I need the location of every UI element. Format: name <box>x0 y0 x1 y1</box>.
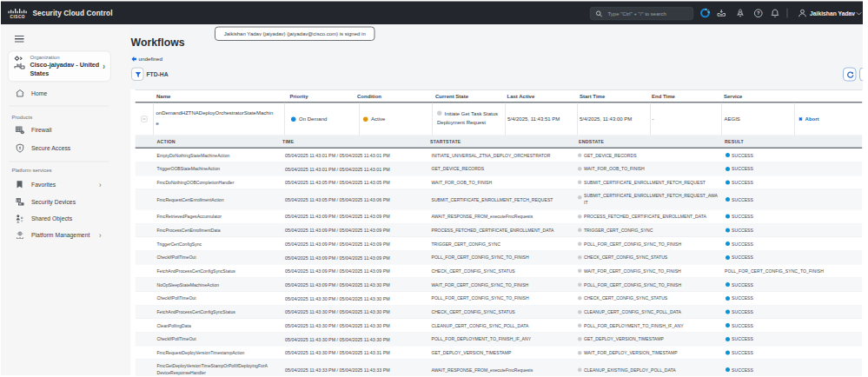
svg-text:?: ? <box>757 10 760 16</box>
svg-text:CISCO: CISCO <box>10 15 25 19</box>
